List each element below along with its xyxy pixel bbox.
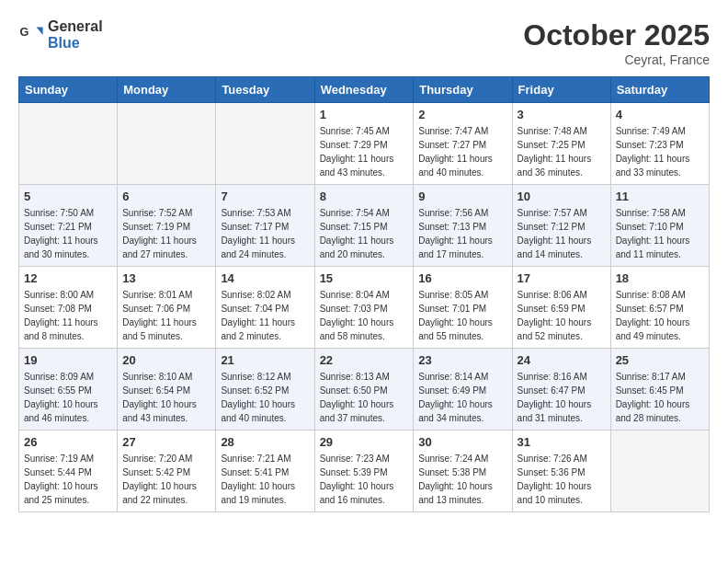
calendar-week-row: 26Sunrise: 7:19 AM Sunset: 5:44 PM Dayli… xyxy=(19,431,710,512)
day-info: Sunrise: 7:21 AM Sunset: 5:41 PM Dayligh… xyxy=(221,452,309,507)
day-number: 5 xyxy=(24,190,112,203)
day-number: 23 xyxy=(418,353,506,367)
calendar-cell: 13Sunrise: 8:01 AM Sunset: 7:06 PM Dayli… xyxy=(118,267,216,349)
calendar-cell xyxy=(118,103,216,185)
day-number: 10 xyxy=(518,190,606,203)
calendar-cell: 22Sunrise: 8:13 AM Sunset: 6:50 PM Dayli… xyxy=(314,349,414,431)
day-info: Sunrise: 8:16 AM Sunset: 6:47 PM Dayligh… xyxy=(518,370,606,425)
calendar-cell: 8Sunrise: 7:54 AM Sunset: 7:15 PM Daylig… xyxy=(314,185,414,267)
day-number: 11 xyxy=(616,190,704,203)
calendar-cell: 28Sunrise: 7:21 AM Sunset: 5:41 PM Dayli… xyxy=(216,431,314,512)
calendar-table: SundayMondayTuesdayWednesdayThursdayFrid… xyxy=(18,76,710,512)
day-info: Sunrise: 7:58 AM Sunset: 7:10 PM Dayligh… xyxy=(616,206,704,261)
calendar-cell: 11Sunrise: 7:58 AM Sunset: 7:10 PM Dayli… xyxy=(610,185,709,267)
day-number: 13 xyxy=(122,271,210,285)
day-info: Sunrise: 7:47 AM Sunset: 7:27 PM Dayligh… xyxy=(418,124,506,179)
calendar-cell: 29Sunrise: 7:23 AM Sunset: 5:39 PM Dayli… xyxy=(314,431,414,512)
day-info: Sunrise: 7:56 AM Sunset: 7:13 PM Dayligh… xyxy=(418,206,506,261)
calendar-cell: 20Sunrise: 8:10 AM Sunset: 6:54 PM Dayli… xyxy=(118,349,216,431)
day-number: 7 xyxy=(221,190,309,203)
day-info: Sunrise: 7:19 AM Sunset: 5:44 PM Dayligh… xyxy=(24,452,112,507)
day-number: 12 xyxy=(24,271,112,285)
weekday-header-thursday: Thursday xyxy=(414,77,512,103)
day-number: 14 xyxy=(221,271,309,285)
calendar-cell: 6Sunrise: 7:52 AM Sunset: 7:19 PM Daylig… xyxy=(118,185,216,267)
calendar-cell: 10Sunrise: 7:57 AM Sunset: 7:12 PM Dayli… xyxy=(512,185,610,267)
day-info: Sunrise: 8:06 AM Sunset: 6:59 PM Dayligh… xyxy=(518,288,606,343)
calendar-cell: 21Sunrise: 8:12 AM Sunset: 6:52 PM Dayli… xyxy=(216,349,314,431)
day-number: 27 xyxy=(122,435,210,449)
day-info: Sunrise: 7:24 AM Sunset: 5:38 PM Dayligh… xyxy=(418,452,506,507)
calendar-cell: 27Sunrise: 7:20 AM Sunset: 5:42 PM Dayli… xyxy=(118,431,216,512)
day-info: Sunrise: 7:53 AM Sunset: 7:17 PM Dayligh… xyxy=(221,206,309,261)
calendar-cell: 7Sunrise: 7:53 AM Sunset: 7:17 PM Daylig… xyxy=(216,185,314,267)
header: G General Blue October 2025 Ceyrat, Fran… xyxy=(18,18,710,67)
day-number: 8 xyxy=(320,190,409,203)
day-info: Sunrise: 7:48 AM Sunset: 7:25 PM Dayligh… xyxy=(518,124,606,179)
weekday-header-wednesday: Wednesday xyxy=(314,77,414,103)
location-title: Ceyrat, France xyxy=(523,52,710,67)
weekday-header-tuesday: Tuesday xyxy=(216,77,314,103)
calendar-cell: 31Sunrise: 7:26 AM Sunset: 5:36 PM Dayli… xyxy=(512,431,610,512)
day-number: 25 xyxy=(616,353,704,367)
day-info: Sunrise: 8:10 AM Sunset: 6:54 PM Dayligh… xyxy=(122,370,210,425)
day-number: 21 xyxy=(221,353,309,367)
day-number: 20 xyxy=(122,353,210,367)
month-title: October 2025 xyxy=(523,18,710,52)
calendar-cell: 5Sunrise: 7:50 AM Sunset: 7:21 PM Daylig… xyxy=(19,185,118,267)
svg-text:G: G xyxy=(19,26,28,39)
day-info: Sunrise: 7:49 AM Sunset: 7:23 PM Dayligh… xyxy=(616,124,704,179)
calendar-week-row: 5Sunrise: 7:50 AM Sunset: 7:21 PM Daylig… xyxy=(19,185,710,267)
day-number: 4 xyxy=(616,108,704,121)
calendar-cell: 15Sunrise: 8:04 AM Sunset: 7:03 PM Dayli… xyxy=(314,267,414,349)
day-number: 29 xyxy=(320,435,409,449)
day-number: 31 xyxy=(518,435,606,449)
day-number: 16 xyxy=(418,271,506,285)
day-info: Sunrise: 7:23 AM Sunset: 5:39 PM Dayligh… xyxy=(320,452,409,507)
day-number: 3 xyxy=(518,108,606,121)
calendar-cell xyxy=(610,431,709,512)
calendar-cell: 23Sunrise: 8:14 AM Sunset: 6:49 PM Dayli… xyxy=(414,349,512,431)
calendar-cell: 17Sunrise: 8:06 AM Sunset: 6:59 PM Dayli… xyxy=(512,267,610,349)
weekday-header-monday: Monday xyxy=(118,77,216,103)
logo-blue: Blue xyxy=(48,35,80,51)
day-info: Sunrise: 8:00 AM Sunset: 7:08 PM Dayligh… xyxy=(24,288,112,343)
day-info: Sunrise: 7:26 AM Sunset: 5:36 PM Dayligh… xyxy=(518,452,606,507)
day-info: Sunrise: 8:02 AM Sunset: 7:04 PM Dayligh… xyxy=(221,288,309,343)
day-info: Sunrise: 8:12 AM Sunset: 6:52 PM Dayligh… xyxy=(221,370,309,425)
day-info: Sunrise: 7:54 AM Sunset: 7:15 PM Dayligh… xyxy=(320,206,409,261)
calendar-cell: 16Sunrise: 8:05 AM Sunset: 7:01 PM Dayli… xyxy=(414,267,512,349)
calendar-cell: 26Sunrise: 7:19 AM Sunset: 5:44 PM Dayli… xyxy=(19,431,118,512)
day-number: 18 xyxy=(616,271,704,285)
day-info: Sunrise: 8:13 AM Sunset: 6:50 PM Dayligh… xyxy=(320,370,409,425)
calendar-cell: 1Sunrise: 7:45 AM Sunset: 7:29 PM Daylig… xyxy=(314,103,414,185)
weekday-header-sunday: Sunday xyxy=(19,77,118,103)
day-info: Sunrise: 8:17 AM Sunset: 6:45 PM Dayligh… xyxy=(616,370,704,425)
weekday-header-row: SundayMondayTuesdayWednesdayThursdayFrid… xyxy=(19,77,710,103)
day-info: Sunrise: 7:20 AM Sunset: 5:42 PM Dayligh… xyxy=(122,452,210,507)
day-info: Sunrise: 8:01 AM Sunset: 7:06 PM Dayligh… xyxy=(122,288,210,343)
day-info: Sunrise: 7:57 AM Sunset: 7:12 PM Dayligh… xyxy=(518,206,606,261)
calendar-cell: 12Sunrise: 8:00 AM Sunset: 7:08 PM Dayli… xyxy=(19,267,118,349)
calendar-cell: 2Sunrise: 7:47 AM Sunset: 7:27 PM Daylig… xyxy=(414,103,512,185)
calendar-cell: 4Sunrise: 7:49 AM Sunset: 7:23 PM Daylig… xyxy=(610,103,709,185)
day-info: Sunrise: 8:08 AM Sunset: 6:57 PM Dayligh… xyxy=(616,288,704,343)
calendar-cell: 18Sunrise: 8:08 AM Sunset: 6:57 PM Dayli… xyxy=(610,267,709,349)
calendar-cell xyxy=(216,103,314,185)
svg-marker-1 xyxy=(37,28,43,35)
day-number: 6 xyxy=(122,190,210,203)
day-number: 24 xyxy=(518,353,606,367)
weekday-header-saturday: Saturday xyxy=(610,77,709,103)
calendar-week-row: 19Sunrise: 8:09 AM Sunset: 6:55 PM Dayli… xyxy=(19,349,710,431)
day-info: Sunrise: 8:05 AM Sunset: 7:01 PM Dayligh… xyxy=(418,288,506,343)
day-number: 9 xyxy=(418,190,506,203)
day-info: Sunrise: 7:45 AM Sunset: 7:29 PM Dayligh… xyxy=(320,124,409,179)
day-info: Sunrise: 8:04 AM Sunset: 7:03 PM Dayligh… xyxy=(320,288,409,343)
logo-general: General xyxy=(48,18,103,34)
calendar-cell xyxy=(19,103,118,185)
calendar-cell: 30Sunrise: 7:24 AM Sunset: 5:38 PM Dayli… xyxy=(414,431,512,512)
day-number: 1 xyxy=(320,108,409,121)
day-number: 17 xyxy=(518,271,606,285)
day-number: 28 xyxy=(221,435,309,449)
day-info: Sunrise: 7:52 AM Sunset: 7:19 PM Dayligh… xyxy=(122,206,210,261)
